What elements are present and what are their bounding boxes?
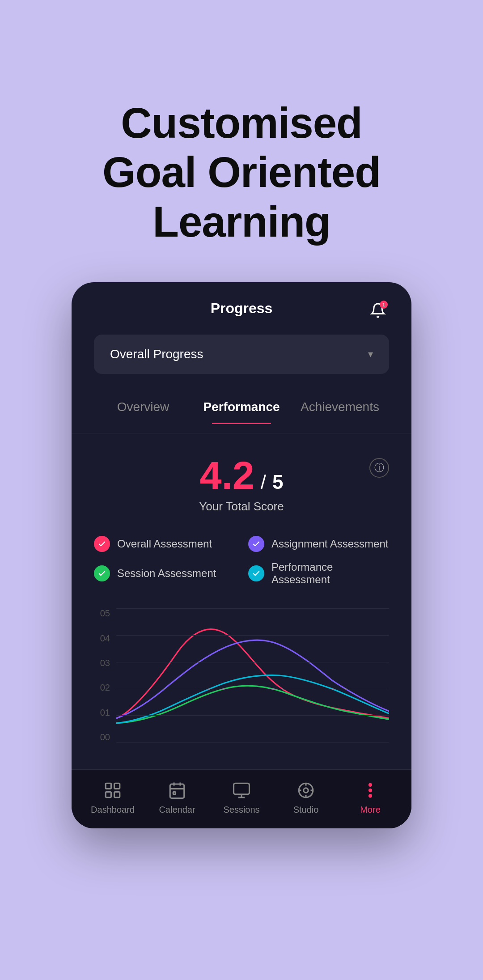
chart-grid-lines <box>116 604 389 747</box>
nav-item-studio[interactable]: Studio <box>274 781 338 815</box>
hero-title: Customised Goal Oriented Learning <box>27 98 456 246</box>
overall-check-icon <box>94 536 110 552</box>
tab-overview[interactable]: Overview <box>94 392 192 424</box>
svg-point-13 <box>304 788 309 793</box>
y-label-01: 01 <box>94 708 110 718</box>
nav-label-more: More <box>360 805 381 815</box>
svg-rect-8 <box>173 792 175 794</box>
svg-rect-1 <box>114 783 120 789</box>
legend-item-performance: Performance Assessment <box>248 561 389 586</box>
nav-item-dashboard[interactable]: Dashboard <box>80 781 145 815</box>
y-label-02: 02 <box>94 683 110 693</box>
grid-line-03 <box>116 662 389 662</box>
assignment-check-icon <box>248 536 264 552</box>
sessions-icon <box>232 781 251 800</box>
app-header: Progress 1 <box>72 282 411 326</box>
performance-check-icon <box>248 565 264 581</box>
chart-plot <box>116 604 389 747</box>
score-label: Your Total Score <box>199 500 284 513</box>
legend-label-performance: Performance Assessment <box>271 561 389 586</box>
bottom-nav: Dashboard Calendar <box>72 769 411 828</box>
chart-y-labels: 00 01 02 03 04 05 <box>94 604 110 747</box>
y-label-05: 05 <box>94 608 110 619</box>
score-section: 4.2 / 5 ⓘ Your Total Score <box>72 433 411 527</box>
nav-item-sessions[interactable]: Sessions <box>209 781 274 815</box>
more-icon <box>360 781 380 800</box>
dashboard-icon <box>103 781 123 800</box>
dropdown-section: Overall Progress ▾ <box>72 326 411 387</box>
app-header-title: Progress <box>211 300 273 317</box>
grid-line-00 <box>116 742 389 742</box>
bell-icon: 1 <box>370 302 386 318</box>
grid-line-04 <box>116 635 389 636</box>
svg-point-19 <box>369 789 371 792</box>
legend-label-overall: Overall Assessment <box>117 538 212 550</box>
svg-rect-0 <box>106 783 111 789</box>
legend-label-assignment: Assignment Assessment <box>271 538 388 550</box>
dropdown-label: Overall Progress <box>110 347 203 361</box>
score-value: 4.2 <box>199 456 254 495</box>
hero-section: Customised Goal Oriented Learning <box>0 0 483 282</box>
session-check-icon <box>94 565 110 581</box>
nav-label-calendar: Calendar <box>159 805 195 815</box>
svg-point-20 <box>369 795 371 797</box>
grid-line-05 <box>116 608 389 609</box>
svg-rect-4 <box>170 784 184 798</box>
svg-rect-9 <box>234 783 250 794</box>
progress-dropdown[interactable]: Overall Progress ▾ <box>94 335 389 374</box>
grid-line-01 <box>116 715 389 716</box>
score-display: 4.2 / 5 <box>199 456 283 495</box>
score-info-button[interactable]: ⓘ <box>369 458 389 478</box>
y-label-00: 00 <box>94 732 110 742</box>
studio-icon <box>296 781 316 800</box>
chart-section: 00 01 02 03 04 05 <box>72 599 411 769</box>
nav-label-sessions: Sessions <box>223 805 259 815</box>
svg-rect-2 <box>106 792 111 798</box>
nav-label-dashboard: Dashboard <box>91 805 135 815</box>
chart-container: 00 01 02 03 04 05 <box>94 604 389 747</box>
tab-achievements[interactable]: Achievements <box>291 392 389 424</box>
app-card: Progress 1 Overall Progress ▾ Overview P… <box>72 282 411 828</box>
score-max: 5 <box>272 471 283 493</box>
nav-item-more[interactable]: More <box>338 781 402 815</box>
svg-point-18 <box>369 784 371 786</box>
nav-item-calendar[interactable]: Calendar <box>145 781 209 815</box>
notification-button[interactable]: 1 <box>367 299 389 322</box>
score-divider: / <box>261 471 266 493</box>
tabs-section: Overview Performance Achievements <box>72 387 411 433</box>
legend-item-assignment: Assignment Assessment <box>248 536 389 552</box>
tab-performance[interactable]: Performance <box>192 392 291 424</box>
notification-badge: 1 <box>380 301 388 309</box>
chevron-down-icon: ▾ <box>368 348 373 360</box>
svg-rect-3 <box>114 792 120 798</box>
grid-line-02 <box>116 689 389 689</box>
legend-item-session: Session Assessment <box>94 561 235 586</box>
y-label-03: 03 <box>94 658 110 668</box>
legend-item-overall: Overall Assessment <box>94 536 235 552</box>
legend-label-session: Session Assessment <box>117 567 216 580</box>
y-label-04: 04 <box>94 633 110 644</box>
nav-label-studio: Studio <box>293 805 319 815</box>
calendar-icon <box>167 781 187 800</box>
legend-section: Overall Assessment Assignment Assessment… <box>72 527 411 599</box>
